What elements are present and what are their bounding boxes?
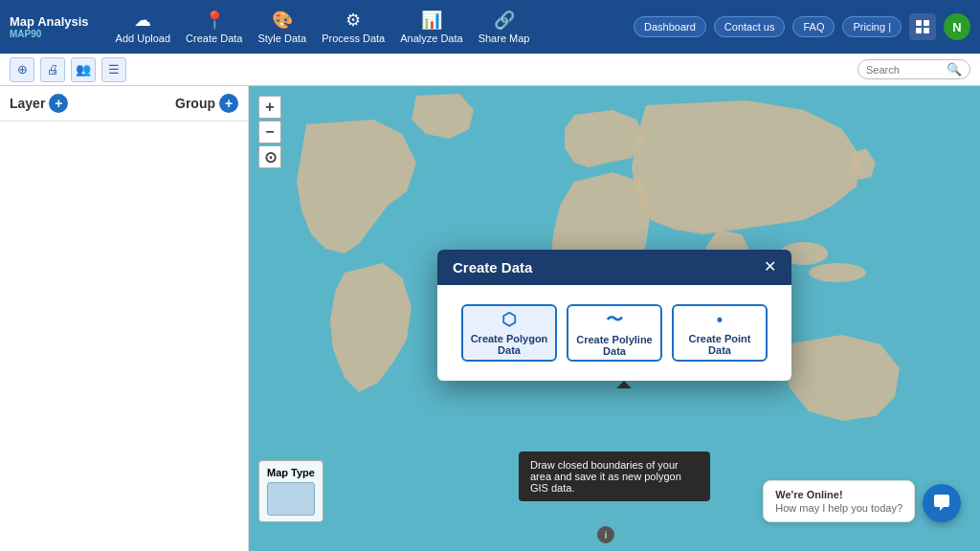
point-icon: • (717, 310, 723, 330)
polygon-icon: ⬡ (501, 309, 517, 330)
nav-add-upload[interactable]: ☁ Add Upload (116, 10, 171, 44)
right-nav: Dashboard Contact us FAQ Pricing | N (634, 13, 970, 40)
layer-label: Layer (10, 96, 45, 111)
create-polygon-button[interactable]: ⬡ Create Polygon Data (461, 304, 557, 362)
search-box: 🔍 (858, 59, 970, 79)
dialog-overlay: Create Data ✕ ⬡ Create Polygon Data 〜 Cr… (249, 86, 980, 551)
nav-share-map-label: Share Map (479, 33, 530, 44)
nav-create-data-label: Create Data (186, 33, 242, 44)
toolbar-print-btn[interactable]: 🖨 (40, 57, 65, 82)
toolbar: ⊕ 🖨 👥 ☰ 🔍 (0, 54, 980, 86)
nav-analyze-data-label: Analyze Data (400, 33, 462, 44)
search-input[interactable] (866, 64, 943, 76)
brand: Map Analysis MAP90 (10, 14, 89, 40)
layer-section: Layer + (10, 94, 68, 113)
layer-group-header: Layer + Group + (0, 86, 248, 121)
create-data-dialog: Create Data ✕ ⬡ Create Polygon Data 〜 Cr… (437, 250, 791, 381)
polyline-icon: 〜 (606, 308, 623, 331)
toolbar-users-btn[interactable]: 👥 (71, 57, 96, 82)
group-section: Group + (175, 94, 238, 113)
brand-title: Map Analysis (10, 14, 89, 30)
dialog-body: ⬡ Create Polygon Data 〜 Create Polyline … (437, 285, 791, 381)
nav-style-data[interactable]: 🎨 Style Data (257, 10, 306, 44)
nav-share-map[interactable]: 🔗 Share Map (479, 10, 530, 44)
brand-logo: MAP90 (10, 29, 89, 39)
contact-button[interactable]: Contact us (714, 16, 786, 37)
svg-rect-0 (916, 20, 922, 26)
toolbar-crosshair-btn[interactable]: ⊕ (10, 57, 34, 82)
analyze-data-icon: 📊 (421, 10, 442, 31)
create-data-icon: 📍 (204, 10, 225, 31)
dialog-title: Create Data (453, 259, 532, 276)
navbar: Map Analysis MAP90 ☁ Add Upload 📍 Create… (0, 0, 980, 54)
dialog-close-button[interactable]: ✕ (764, 259, 776, 275)
polyline-label: Create Polyline Data (574, 334, 655, 357)
group-label: Group (175, 96, 215, 111)
user-avatar[interactable]: N (944, 13, 970, 40)
style-data-icon: 🎨 (272, 10, 293, 31)
nav-style-data-label: Style Data (257, 33, 306, 44)
map-container: + − ⊙ Map Type Create Data ✕ ⬡ (249, 86, 980, 551)
tooltip-text: Draw closed boundaries of your area and … (530, 459, 681, 494)
dashboard-button[interactable]: Dashboard (634, 16, 706, 37)
app-icon[interactable] (909, 13, 936, 40)
main-content: Layer + Group + (0, 86, 980, 551)
sidebar: Layer + Group + (0, 86, 249, 551)
faq-button[interactable]: FAQ (792, 16, 835, 37)
svg-rect-2 (916, 28, 922, 33)
nav-analyze-data[interactable]: 📊 Analyze Data (400, 10, 462, 44)
svg-rect-1 (924, 20, 929, 26)
polygon-label: Create Polygon Data (469, 333, 549, 356)
tooltip-box: Draw closed boundaries of your area and … (519, 452, 710, 501)
share-map-icon: 🔗 (494, 10, 515, 31)
nav-process-data[interactable]: ⚙ Process Data (322, 10, 385, 44)
nav-process-data-label: Process Data (322, 33, 385, 44)
nav-create-data[interactable]: 📍 Create Data (186, 10, 242, 44)
add-upload-icon: ☁ (134, 10, 151, 31)
toolbar-menu-btn[interactable]: ☰ (101, 57, 126, 82)
create-point-button[interactable]: • Create Point Data (672, 304, 768, 362)
search-icon[interactable]: 🔍 (947, 62, 962, 77)
svg-rect-3 (924, 28, 929, 33)
dialog-header: Create Data ✕ (437, 250, 791, 285)
add-group-button[interactable]: + (219, 94, 238, 113)
add-layer-button[interactable]: + (49, 94, 68, 113)
nav-add-upload-label: Add Upload (116, 33, 171, 44)
create-polyline-button[interactable]: 〜 Create Polyline Data (567, 304, 662, 362)
point-label: Create Point Data (679, 333, 760, 356)
process-data-icon: ⚙ (345, 10, 361, 31)
pricing-label: Pricing | (842, 16, 902, 37)
